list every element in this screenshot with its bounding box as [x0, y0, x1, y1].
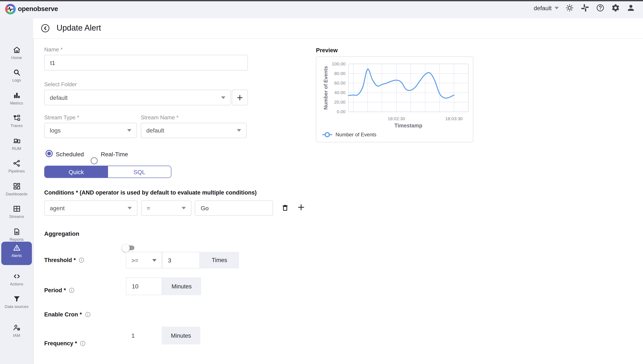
- preview-title: Preview: [316, 47, 338, 54]
- sidebar-item-reports[interactable]: Reports: [1, 226, 32, 244]
- stream-name-label: Stream Name *: [141, 114, 179, 121]
- scheduled-radio-label: Scheduled: [56, 150, 84, 157]
- metrics-icon: [13, 91, 21, 100]
- delete-condition-button[interactable]: [281, 204, 289, 212]
- condition-operator-select[interactable]: =: [141, 200, 191, 216]
- sidebar-item-label: Alerts: [12, 253, 22, 258]
- info-icon[interactable]: [80, 340, 86, 346]
- streams-icon: [13, 205, 21, 213]
- reports-icon: [13, 228, 21, 236]
- frequency-value-input[interactable]: [126, 326, 162, 344]
- svg-text:40.00: 40.00: [334, 90, 345, 95]
- traces-icon: [13, 114, 21, 122]
- threshold-operator-select[interactable]: >=: [126, 252, 162, 268]
- alerts-icon: [13, 244, 21, 252]
- sidebar-item-label: Actions: [10, 282, 23, 287]
- aggregation-toggle[interactable]: [124, 246, 134, 250]
- sidebar-item-label: Traces: [11, 123, 23, 128]
- chevron-down-icon: [221, 96, 226, 99]
- topbar-icon-group: [565, 4, 635, 12]
- folder-select[interactable]: default: [44, 90, 231, 105]
- search-icon: [13, 68, 21, 76]
- sidebar-item-home[interactable]: Home: [1, 44, 32, 66]
- account-icon[interactable]: [626, 4, 635, 12]
- condition-operator-value: =: [147, 205, 150, 212]
- enable-cron-label: Enable Cron *: [44, 311, 91, 318]
- stream-name-select[interactable]: default: [141, 123, 247, 138]
- sidebar-item-label: RUM: [12, 146, 21, 152]
- condition-value-box: [195, 200, 273, 216]
- sidebar-nav: HomeLogsMetricsTracesRUMPipelinesDashboa…: [0, 18, 34, 364]
- sidebar-item-label: Dashboards: [6, 192, 28, 197]
- stream-type-label: Stream Type *: [44, 114, 79, 121]
- sidebar-item-streams[interactable]: Streams: [1, 202, 32, 224]
- sidebar-item-pipelines[interactable]: Pipelines: [1, 157, 32, 179]
- stream-name-value: default: [146, 127, 164, 134]
- threshold-operator-value: >=: [131, 257, 138, 264]
- condition-field-value: agent: [50, 205, 65, 212]
- period-value-box: [126, 277, 162, 295]
- threshold-unit: Times: [200, 252, 239, 268]
- sidebar-item-logs[interactable]: Logs: [1, 66, 32, 88]
- sidebar-item-alerts[interactable]: Alerts: [1, 242, 32, 265]
- tab-quick[interactable]: Quick: [45, 166, 108, 178]
- svg-text:20.00: 20.00: [334, 100, 345, 104]
- sidebar-item-traces[interactable]: Traces: [1, 112, 32, 133]
- iam-icon: [13, 324, 21, 332]
- info-icon[interactable]: [84, 311, 91, 318]
- chevron-down-icon: [555, 7, 559, 9]
- org-selector[interactable]: default: [534, 5, 559, 12]
- sidebar-item-label: Data sources: [5, 304, 29, 310]
- sidebar-item-label: Home: [11, 55, 22, 60]
- name-label: Name *: [44, 46, 63, 53]
- help-icon[interactable]: [596, 4, 605, 12]
- sidebar-item-data-sources[interactable]: Data sources: [1, 293, 32, 322]
- period-unit: Minutes: [162, 277, 201, 295]
- svg-text:80.00: 80.00: [334, 71, 345, 76]
- chevron-down-icon: [237, 129, 241, 132]
- chevron-down-icon: [127, 129, 131, 132]
- threshold-value-input[interactable]: [162, 252, 199, 268]
- svg-text:18:02:30: 18:02:30: [388, 116, 405, 121]
- sidebar-item-actions[interactable]: Actions: [1, 270, 32, 292]
- svg-text:0.00: 0.00: [337, 109, 345, 114]
- stream-type-select[interactable]: logs: [44, 123, 137, 138]
- condition-value-input[interactable]: [195, 201, 273, 215]
- trash-icon: [281, 204, 289, 212]
- chevron-down-icon: [128, 207, 132, 210]
- realtime-radio[interactable]: [91, 157, 98, 164]
- add-condition-button[interactable]: [297, 203, 305, 212]
- query-mode-tabs: Quick SQL: [44, 166, 171, 178]
- conditions-label: Conditions * (AND operator is used by de…: [44, 190, 257, 196]
- sidebar-item-metrics[interactable]: Metrics: [1, 89, 32, 111]
- settings-icon[interactable]: [611, 4, 620, 12]
- condition-field-select[interactable]: agent: [44, 200, 137, 216]
- sidebar-item-iam[interactable]: IAM: [1, 322, 32, 341]
- back-button[interactable]: [40, 23, 50, 33]
- frequency-unit: Minutes: [162, 326, 200, 344]
- sidebar-item-label: Logs: [12, 78, 21, 83]
- theme-light-icon[interactable]: [565, 4, 574, 12]
- period-value-input[interactable]: [126, 278, 162, 295]
- name-input-box: [44, 55, 248, 70]
- svg-text:Number of Events: Number of Events: [323, 66, 329, 110]
- period-label: Period *: [44, 287, 75, 294]
- sidebar-item-label: IAM: [13, 333, 20, 338]
- app-window: openobserve default HomeLogsMetricsTrace…: [0, 0, 643, 364]
- preview-chart-card: 0.0020.0040.0060.0080.00100.0018:0218:02…: [316, 56, 473, 142]
- tab-sql[interactable]: SQL: [108, 166, 171, 178]
- name-input[interactable]: [45, 55, 248, 70]
- threshold-value-box: [162, 252, 200, 268]
- add-folder-button[interactable]: [232, 90, 248, 105]
- legend-label[interactable]: Number of Events: [336, 132, 376, 138]
- scheduled-radio[interactable]: [46, 150, 53, 157]
- svg-text:100.00: 100.00: [332, 61, 345, 66]
- info-icon[interactable]: [78, 257, 85, 263]
- org-selector-value: default: [534, 5, 552, 12]
- events-line-chart: 0.0020.0040.0060.0080.00100.0018:0218:02…: [316, 57, 473, 142]
- sidebar-item-rum[interactable]: RUM: [1, 135, 32, 156]
- info-icon[interactable]: [69, 287, 75, 294]
- folder-select-value: default: [50, 94, 68, 101]
- sidebar-item-dashboards[interactable]: Dashboards: [1, 180, 32, 202]
- slack-icon[interactable]: [580, 4, 589, 12]
